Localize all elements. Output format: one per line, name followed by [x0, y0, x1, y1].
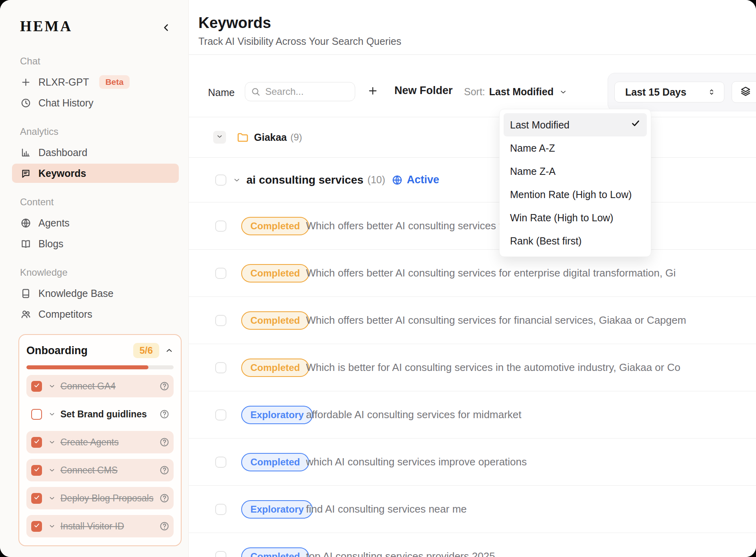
query-row[interactable]: Completed Which offers better AI consult…: [189, 202, 756, 249]
sort-menu-item-label: Name Z-A: [510, 165, 640, 178]
check-icon: [34, 522, 40, 530]
checkbox[interactable]: [215, 504, 226, 515]
chevron-down-icon[interactable]: [48, 411, 56, 418]
chevron-down-icon[interactable]: [48, 467, 56, 474]
onboarding-item[interactable]: Deploy Blog Proposals: [26, 487, 174, 509]
checkbox[interactable]: [215, 220, 226, 232]
keyword-group-row[interactable]: ai consulting services (10) Active: [189, 157, 756, 202]
page-subtitle: Track AI Visibility Across Your Search Q…: [198, 36, 756, 47]
sidebar-item[interactable]: Dashboard: [12, 143, 179, 162]
nav-section-label: Analytics: [20, 126, 179, 137]
chevron-down-icon[interactable]: [48, 523, 56, 530]
sort-menu-item[interactable]: Name Z-A: [504, 160, 647, 183]
chevron-up-icon[interactable]: [165, 346, 174, 355]
onboarding-item[interactable]: Connect GA4: [26, 375, 174, 397]
sort-menu-item[interactable]: Name A-Z: [504, 136, 647, 160]
query-text: Which offers better AI consulting servic…: [306, 267, 676, 279]
nav-section-label: Knowledge: [20, 267, 179, 278]
checkbox[interactable]: [215, 409, 226, 421]
chevron-left-icon: [162, 23, 171, 34]
sort-menu-item[interactable]: Mention Rate (High to Low): [504, 183, 647, 206]
checkbox[interactable]: [31, 437, 42, 448]
help-icon[interactable]: [159, 493, 170, 503]
sort-value-label: Last Modified: [489, 86, 554, 98]
onboarding-item[interactable]: Connect CMS: [26, 459, 174, 481]
search-input[interactable]: [264, 86, 349, 98]
help-icon[interactable]: [159, 521, 170, 531]
status-badge: Completed: [241, 547, 309, 557]
date-range-select[interactable]: Last 15 Days: [614, 82, 724, 102]
checkbox[interactable]: [31, 493, 42, 504]
nav-section-items: RLXR-GPT Beta Chat History: [20, 72, 179, 112]
chevron-down-icon[interactable]: [48, 439, 56, 446]
folder-row[interactable]: Giakaa (9): [189, 117, 756, 157]
chevron-down-icon[interactable]: [48, 495, 56, 502]
chevron-down-icon[interactable]: [48, 383, 56, 390]
onboarding-header[interactable]: Onboarding 5/6: [26, 343, 174, 358]
sidebar-item[interactable]: Keywords: [12, 164, 179, 183]
help-icon[interactable]: [159, 465, 170, 475]
query-row[interactable]: Completed which AI consulting services i…: [189, 438, 756, 485]
sidebar-item[interactable]: Chat History: [12, 93, 179, 112]
status-badge: Completed: [241, 217, 309, 235]
chevron-down-icon[interactable]: [233, 176, 241, 184]
onboarding-items: Connect GA4 Set Brand guidlines Create A…: [26, 375, 174, 537]
checkbox[interactable]: [31, 465, 42, 476]
checkbox[interactable]: [215, 457, 226, 468]
help-icon[interactable]: [159, 381, 170, 391]
keyword-group-name: ai consulting services: [246, 174, 364, 186]
sidebar-item[interactable]: RLXR-GPT Beta: [12, 72, 179, 92]
sort-menu-item[interactable]: Win Rate (High to Low): [504, 206, 647, 229]
checkbox[interactable]: [215, 551, 226, 557]
check-icon: [34, 438, 40, 446]
onboarding-item[interactable]: Install Visitor ID: [26, 515, 174, 537]
sidebar-item-icon: [20, 238, 31, 249]
checkbox[interactable]: [215, 268, 226, 279]
checkbox[interactable]: [31, 521, 42, 532]
checkbox[interactable]: [215, 174, 226, 186]
query-row[interactable]: Completed Which offers better AI consult…: [189, 297, 756, 344]
checkbox[interactable]: [215, 315, 226, 326]
sidebar: HEMA Chat RLXR-GPT Beta: [0, 0, 189, 557]
query-text: find AI consulting services near me: [306, 503, 467, 515]
layers-icon: [740, 86, 751, 98]
sort-prefix-label: Sort:: [464, 86, 485, 98]
checkbox[interactable]: [31, 409, 42, 420]
check-icon: [34, 494, 40, 502]
query-row[interactable]: Completed top AI consulting services pro…: [189, 533, 756, 557]
up-down-arrows-icon: [707, 88, 716, 96]
query-row[interactable]: Completed Which offers better AI consult…: [189, 249, 756, 297]
sidebar-item[interactable]: Knowledge Base: [12, 284, 179, 303]
search-box: [245, 82, 355, 101]
new-folder-button[interactable]: New Folder: [367, 84, 453, 97]
help-icon[interactable]: [159, 437, 170, 447]
sidebar-item[interactable]: Blogs: [12, 234, 179, 253]
sidebar-item-icon: [20, 147, 31, 158]
help-icon[interactable]: [159, 409, 170, 419]
folder-expand-button[interactable]: [213, 131, 226, 144]
onboarding-item[interactable]: Set Brand guidlines: [26, 403, 174, 425]
checkbox[interactable]: [31, 381, 42, 392]
status-badge: Exploratory: [241, 500, 313, 519]
name-column-label: Name: [208, 87, 235, 98]
layers-button[interactable]: [732, 81, 756, 103]
query-row[interactable]: Completed Which is better for AI consult…: [189, 344, 756, 391]
sort-menu-item[interactable]: Rank (Best first): [504, 229, 647, 252]
query-row[interactable]: Exploratory affordable AI consulting ser…: [189, 391, 756, 438]
sidebar-item[interactable]: Competitors: [12, 305, 179, 324]
query-row[interactable]: Exploratory find AI consulting services …: [189, 485, 756, 533]
sort-menu-item[interactable]: Last Modified: [504, 113, 647, 136]
sidebar-item-label: Blogs: [38, 238, 64, 250]
sidebar-nav: Chat RLXR-GPT Beta Chat History: [20, 56, 179, 324]
sort-control[interactable]: Sort: Last Modified: [464, 86, 567, 98]
status-badge-wrap: Completed: [241, 359, 306, 377]
sidebar-item-icon: [20, 309, 31, 320]
onboarding-progress-bar: [26, 365, 174, 369]
sidebar-item[interactable]: Agents: [12, 213, 179, 232]
status-badge-wrap: Completed: [241, 547, 306, 557]
app-logo: HEMA: [20, 18, 179, 35]
query-text: Which is better for AI consulting servic…: [306, 361, 680, 374]
onboarding-item[interactable]: Create Agents: [26, 431, 174, 453]
checkbox[interactable]: [215, 362, 226, 373]
sidebar-collapse-button[interactable]: [160, 22, 173, 35]
